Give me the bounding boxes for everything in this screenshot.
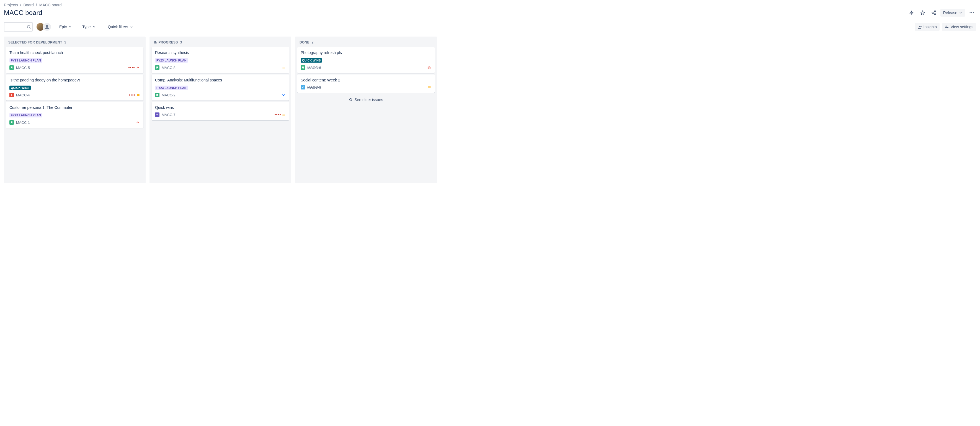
see-older-issues[interactable]: See older issues xyxy=(298,94,434,104)
epic-badge[interactable]: QUICK WINS xyxy=(10,86,31,90)
epic-badge[interactable]: FY23 LAUNCH PLAN xyxy=(155,58,188,62)
star-icon xyxy=(920,10,925,15)
issue-card[interactable]: Social content: Week 2 MACC-3 xyxy=(298,75,434,93)
view-settings-button[interactable]: View settings xyxy=(942,23,976,31)
column-header: DONE 2 xyxy=(298,37,434,47)
search-icon xyxy=(27,25,31,29)
epic-filter[interactable]: Epic xyxy=(58,23,73,31)
svg-point-9 xyxy=(27,26,30,28)
breadcrumb: Projects / Board / MACC board xyxy=(4,3,976,7)
card-footer-right xyxy=(136,120,140,124)
card-footer-right xyxy=(129,93,140,97)
card-footer-right xyxy=(428,85,431,89)
issue-key: MACC-8 xyxy=(162,65,175,70)
card-footer-left: MACC-8 xyxy=(155,65,175,70)
epic-badge[interactable]: FY23 LAUNCH PLAN xyxy=(10,113,42,117)
breadcrumb-projects[interactable]: Projects xyxy=(4,3,18,7)
issue-card[interactable]: Photography refresh pls QUICK WINS MACC-… xyxy=(298,47,434,73)
toolbar-right: Insights View settings xyxy=(915,23,976,31)
insights-label: Insights xyxy=(924,25,937,29)
star-button[interactable] xyxy=(918,8,927,17)
svg-line-5 xyxy=(933,13,934,14)
epic-badge[interactable]: FY23 LAUNCH PLAN xyxy=(155,86,188,90)
card-footer-left: MACC-1 xyxy=(10,120,30,124)
epic-badge[interactable]: FY23 LAUNCH PLAN xyxy=(10,58,42,62)
card-title: Social content: Week 2 xyxy=(301,78,431,82)
svg-point-2 xyxy=(932,12,933,14)
see-older-label: See older issues xyxy=(354,97,383,102)
more-button[interactable] xyxy=(967,8,976,17)
card-title: Is the padding dodgy on the homepage?! xyxy=(10,78,140,82)
quick-filters[interactable]: Quick filters xyxy=(107,23,134,31)
breadcrumb-board[interactable]: Board xyxy=(23,3,33,7)
avatar-unassigned[interactable] xyxy=(43,22,51,31)
svg-point-25 xyxy=(350,98,352,101)
kanban-board: SELECTED FOR DEVELOPMENT 3 Team health c… xyxy=(4,37,976,183)
card-footer: MACC-1 xyxy=(10,120,140,124)
avatar-group xyxy=(36,22,51,31)
card-title: Quick wins xyxy=(155,105,286,110)
breadcrumb-separator: / xyxy=(36,3,37,7)
story-icon xyxy=(155,93,159,97)
column-header: SELECTED FOR DEVELOPMENT 3 xyxy=(6,37,143,47)
card-footer: MACC-5 xyxy=(10,65,140,70)
card-footer-left: MACC-6 xyxy=(301,65,321,70)
priority-medium-icon xyxy=(136,93,140,97)
sliders-icon xyxy=(945,25,949,29)
column-header: IN PROGRESS 3 xyxy=(152,37,289,47)
release-label: Release xyxy=(943,11,957,15)
card-footer-right xyxy=(129,65,140,70)
issue-key: MACC-1 xyxy=(16,120,30,124)
issue-card[interactable]: Is the padding dodgy on the homepage?! Q… xyxy=(6,75,143,101)
priority-highest-icon xyxy=(427,65,431,70)
view-settings-label: View settings xyxy=(951,25,974,29)
svg-point-11 xyxy=(46,25,48,27)
story-icon xyxy=(155,65,159,70)
issue-key: MACC-2 xyxy=(162,93,175,97)
insights-button[interactable]: Insights xyxy=(915,23,940,31)
column: DONE 2 Photography refresh pls QUICK WIN… xyxy=(295,37,437,183)
column-count: 3 xyxy=(64,40,66,44)
page-header: MACC board Release xyxy=(4,8,976,17)
story-points-dots-icon xyxy=(129,94,135,96)
column: SELECTED FOR DEVELOPMENT 3 Team health c… xyxy=(4,37,146,183)
breadcrumb-current[interactable]: MACC board xyxy=(39,3,62,7)
type-filter-label: Type xyxy=(82,25,91,29)
svg-point-16 xyxy=(11,94,13,96)
issue-card[interactable]: Research synthesis FY23 LAUNCH PLAN MACC… xyxy=(152,47,289,73)
card-footer-left: MACC-4 xyxy=(10,93,30,97)
story-icon xyxy=(10,65,14,70)
card-footer-left: MACC-3 xyxy=(301,85,321,89)
card-footer: MACC-2 xyxy=(155,93,286,97)
issue-card[interactable]: Customer persona 1: The Commuter FY23 LA… xyxy=(6,102,143,128)
column: IN PROGRESS 3 Research synthesis FY23 LA… xyxy=(150,37,291,183)
issue-key: MACC-6 xyxy=(307,65,321,70)
type-filter[interactable]: Type xyxy=(81,23,97,31)
card-footer: MACC-6 xyxy=(301,65,431,70)
issue-card[interactable]: Team health check post-launch FY23 LAUNC… xyxy=(6,47,143,73)
issue-card[interactable]: Comp. Analysis: Multifunctional spaces F… xyxy=(152,75,289,101)
svg-point-15 xyxy=(947,27,948,28)
svg-point-6 xyxy=(970,12,970,13)
card-title: Customer persona 1: The Commuter xyxy=(10,105,140,110)
story-points-dots-icon xyxy=(275,114,281,115)
chevron-down-icon xyxy=(130,25,133,29)
svg-line-10 xyxy=(30,28,30,29)
automation-button[interactable] xyxy=(907,8,916,17)
chevron-down-icon xyxy=(959,11,962,14)
epic-badge[interactable]: QUICK WINS xyxy=(301,58,322,62)
task-icon xyxy=(301,85,305,89)
issue-key: MACC-5 xyxy=(16,65,30,70)
share-button[interactable] xyxy=(929,8,938,17)
person-icon xyxy=(44,24,50,30)
card-title: Comp. Analysis: Multifunctional spaces xyxy=(155,78,286,82)
story-points-dots-icon xyxy=(129,67,135,68)
story-icon xyxy=(301,65,305,70)
svg-marker-0 xyxy=(921,11,924,15)
card-footer-right xyxy=(281,93,286,97)
bug-icon xyxy=(10,93,14,97)
release-button[interactable]: Release xyxy=(940,9,965,17)
svg-point-7 xyxy=(971,12,972,13)
priority-low-icon xyxy=(281,93,286,97)
issue-card[interactable]: Quick wins MACC-7 xyxy=(152,102,289,120)
